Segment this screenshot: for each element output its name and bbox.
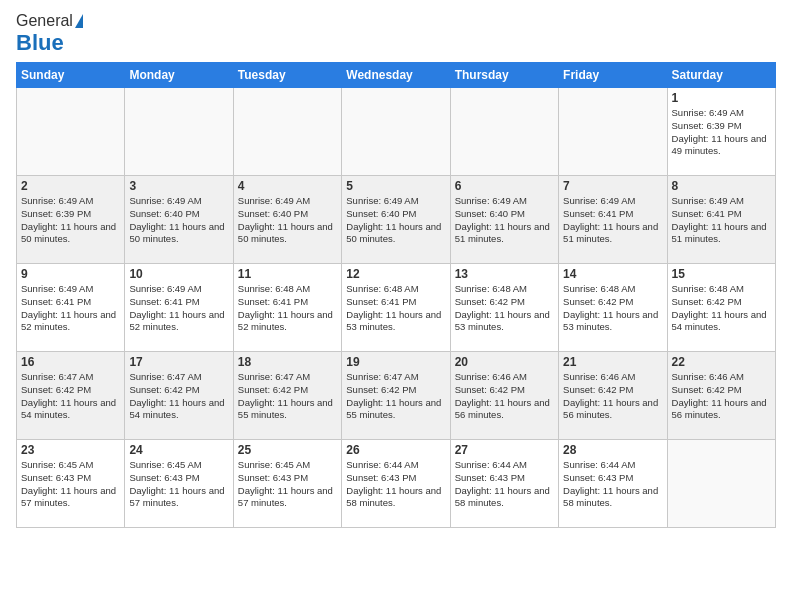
calendar-cell: 28Sunrise: 6:44 AM Sunset: 6:43 PM Dayli… bbox=[559, 440, 667, 528]
calendar-cell: 10Sunrise: 6:49 AM Sunset: 6:41 PM Dayli… bbox=[125, 264, 233, 352]
day-info: Sunrise: 6:49 AM Sunset: 6:41 PM Dayligh… bbox=[129, 283, 228, 334]
day-number: 17 bbox=[129, 355, 228, 369]
day-info: Sunrise: 6:47 AM Sunset: 6:42 PM Dayligh… bbox=[346, 371, 445, 422]
day-number: 20 bbox=[455, 355, 554, 369]
day-info: Sunrise: 6:47 AM Sunset: 6:42 PM Dayligh… bbox=[129, 371, 228, 422]
day-info: Sunrise: 6:46 AM Sunset: 6:42 PM Dayligh… bbox=[672, 371, 771, 422]
calendar-cell: 20Sunrise: 6:46 AM Sunset: 6:42 PM Dayli… bbox=[450, 352, 558, 440]
day-info: Sunrise: 6:44 AM Sunset: 6:43 PM Dayligh… bbox=[455, 459, 554, 510]
day-number: 4 bbox=[238, 179, 337, 193]
day-number: 25 bbox=[238, 443, 337, 457]
calendar-week-row: 23Sunrise: 6:45 AM Sunset: 6:43 PM Dayli… bbox=[17, 440, 776, 528]
day-number: 3 bbox=[129, 179, 228, 193]
calendar-header-thursday: Thursday bbox=[450, 63, 558, 88]
calendar-cell bbox=[17, 88, 125, 176]
calendar-cell bbox=[233, 88, 341, 176]
calendar-cell: 24Sunrise: 6:45 AM Sunset: 6:43 PM Dayli… bbox=[125, 440, 233, 528]
day-info: Sunrise: 6:45 AM Sunset: 6:43 PM Dayligh… bbox=[129, 459, 228, 510]
day-number: 13 bbox=[455, 267, 554, 281]
calendar-cell: 4Sunrise: 6:49 AM Sunset: 6:40 PM Daylig… bbox=[233, 176, 341, 264]
calendar-header-wednesday: Wednesday bbox=[342, 63, 450, 88]
calendar-cell: 2Sunrise: 6:49 AM Sunset: 6:39 PM Daylig… bbox=[17, 176, 125, 264]
logo-triangle-icon bbox=[75, 14, 83, 28]
day-number: 7 bbox=[563, 179, 662, 193]
day-number: 16 bbox=[21, 355, 120, 369]
day-number: 21 bbox=[563, 355, 662, 369]
calendar-cell: 8Sunrise: 6:49 AM Sunset: 6:41 PM Daylig… bbox=[667, 176, 775, 264]
day-number: 14 bbox=[563, 267, 662, 281]
calendar-cell: 15Sunrise: 6:48 AM Sunset: 6:42 PM Dayli… bbox=[667, 264, 775, 352]
day-info: Sunrise: 6:47 AM Sunset: 6:42 PM Dayligh… bbox=[238, 371, 337, 422]
calendar-cell: 22Sunrise: 6:46 AM Sunset: 6:42 PM Dayli… bbox=[667, 352, 775, 440]
day-info: Sunrise: 6:48 AM Sunset: 6:42 PM Dayligh… bbox=[455, 283, 554, 334]
calendar-cell: 12Sunrise: 6:48 AM Sunset: 6:41 PM Dayli… bbox=[342, 264, 450, 352]
day-number: 24 bbox=[129, 443, 228, 457]
calendar-cell: 6Sunrise: 6:49 AM Sunset: 6:40 PM Daylig… bbox=[450, 176, 558, 264]
day-number: 8 bbox=[672, 179, 771, 193]
day-number: 18 bbox=[238, 355, 337, 369]
calendar-cell: 16Sunrise: 6:47 AM Sunset: 6:42 PM Dayli… bbox=[17, 352, 125, 440]
day-number: 15 bbox=[672, 267, 771, 281]
calendar-week-row: 16Sunrise: 6:47 AM Sunset: 6:42 PM Dayli… bbox=[17, 352, 776, 440]
day-number: 12 bbox=[346, 267, 445, 281]
calendar-cell: 17Sunrise: 6:47 AM Sunset: 6:42 PM Dayli… bbox=[125, 352, 233, 440]
day-number: 1 bbox=[672, 91, 771, 105]
day-number: 10 bbox=[129, 267, 228, 281]
day-info: Sunrise: 6:44 AM Sunset: 6:43 PM Dayligh… bbox=[346, 459, 445, 510]
calendar-cell: 11Sunrise: 6:48 AM Sunset: 6:41 PM Dayli… bbox=[233, 264, 341, 352]
calendar-header-tuesday: Tuesday bbox=[233, 63, 341, 88]
page: General Blue SundayMondayTuesdayWednesda… bbox=[0, 0, 792, 612]
day-info: Sunrise: 6:49 AM Sunset: 6:39 PM Dayligh… bbox=[21, 195, 120, 246]
day-info: Sunrise: 6:49 AM Sunset: 6:40 PM Dayligh… bbox=[238, 195, 337, 246]
day-number: 28 bbox=[563, 443, 662, 457]
day-number: 27 bbox=[455, 443, 554, 457]
calendar-header-monday: Monday bbox=[125, 63, 233, 88]
logo: General Blue bbox=[16, 12, 83, 56]
calendar-cell: 13Sunrise: 6:48 AM Sunset: 6:42 PM Dayli… bbox=[450, 264, 558, 352]
calendar-cell: 18Sunrise: 6:47 AM Sunset: 6:42 PM Dayli… bbox=[233, 352, 341, 440]
calendar-cell: 9Sunrise: 6:49 AM Sunset: 6:41 PM Daylig… bbox=[17, 264, 125, 352]
calendar-cell bbox=[559, 88, 667, 176]
calendar-cell: 3Sunrise: 6:49 AM Sunset: 6:40 PM Daylig… bbox=[125, 176, 233, 264]
calendar-cell: 25Sunrise: 6:45 AM Sunset: 6:43 PM Dayli… bbox=[233, 440, 341, 528]
header: General Blue bbox=[16, 12, 776, 56]
day-number: 9 bbox=[21, 267, 120, 281]
day-number: 23 bbox=[21, 443, 120, 457]
day-info: Sunrise: 6:49 AM Sunset: 6:41 PM Dayligh… bbox=[563, 195, 662, 246]
calendar-header-saturday: Saturday bbox=[667, 63, 775, 88]
calendar-header-row: SundayMondayTuesdayWednesdayThursdayFrid… bbox=[17, 63, 776, 88]
day-info: Sunrise: 6:49 AM Sunset: 6:40 PM Dayligh… bbox=[129, 195, 228, 246]
day-number: 5 bbox=[346, 179, 445, 193]
logo-blue-text: Blue bbox=[16, 30, 64, 56]
day-info: Sunrise: 6:49 AM Sunset: 6:39 PM Dayligh… bbox=[672, 107, 771, 158]
calendar-cell bbox=[450, 88, 558, 176]
calendar: SundayMondayTuesdayWednesdayThursdayFrid… bbox=[16, 62, 776, 528]
calendar-cell: 14Sunrise: 6:48 AM Sunset: 6:42 PM Dayli… bbox=[559, 264, 667, 352]
calendar-week-row: 9Sunrise: 6:49 AM Sunset: 6:41 PM Daylig… bbox=[17, 264, 776, 352]
calendar-cell bbox=[667, 440, 775, 528]
day-number: 11 bbox=[238, 267, 337, 281]
calendar-cell: 19Sunrise: 6:47 AM Sunset: 6:42 PM Dayli… bbox=[342, 352, 450, 440]
day-info: Sunrise: 6:49 AM Sunset: 6:40 PM Dayligh… bbox=[455, 195, 554, 246]
day-info: Sunrise: 6:48 AM Sunset: 6:42 PM Dayligh… bbox=[563, 283, 662, 334]
day-number: 22 bbox=[672, 355, 771, 369]
calendar-header-friday: Friday bbox=[559, 63, 667, 88]
day-number: 19 bbox=[346, 355, 445, 369]
calendar-week-row: 1Sunrise: 6:49 AM Sunset: 6:39 PM Daylig… bbox=[17, 88, 776, 176]
day-number: 2 bbox=[21, 179, 120, 193]
day-info: Sunrise: 6:45 AM Sunset: 6:43 PM Dayligh… bbox=[238, 459, 337, 510]
calendar-cell: 5Sunrise: 6:49 AM Sunset: 6:40 PM Daylig… bbox=[342, 176, 450, 264]
day-number: 26 bbox=[346, 443, 445, 457]
calendar-cell: 7Sunrise: 6:49 AM Sunset: 6:41 PM Daylig… bbox=[559, 176, 667, 264]
calendar-week-row: 2Sunrise: 6:49 AM Sunset: 6:39 PM Daylig… bbox=[17, 176, 776, 264]
day-info: Sunrise: 6:46 AM Sunset: 6:42 PM Dayligh… bbox=[455, 371, 554, 422]
calendar-cell: 21Sunrise: 6:46 AM Sunset: 6:42 PM Dayli… bbox=[559, 352, 667, 440]
day-info: Sunrise: 6:48 AM Sunset: 6:41 PM Dayligh… bbox=[238, 283, 337, 334]
day-info: Sunrise: 6:49 AM Sunset: 6:41 PM Dayligh… bbox=[21, 283, 120, 334]
day-info: Sunrise: 6:46 AM Sunset: 6:42 PM Dayligh… bbox=[563, 371, 662, 422]
day-info: Sunrise: 6:47 AM Sunset: 6:42 PM Dayligh… bbox=[21, 371, 120, 422]
calendar-cell: 26Sunrise: 6:44 AM Sunset: 6:43 PM Dayli… bbox=[342, 440, 450, 528]
calendar-cell: 23Sunrise: 6:45 AM Sunset: 6:43 PM Dayli… bbox=[17, 440, 125, 528]
calendar-cell: 27Sunrise: 6:44 AM Sunset: 6:43 PM Dayli… bbox=[450, 440, 558, 528]
day-number: 6 bbox=[455, 179, 554, 193]
